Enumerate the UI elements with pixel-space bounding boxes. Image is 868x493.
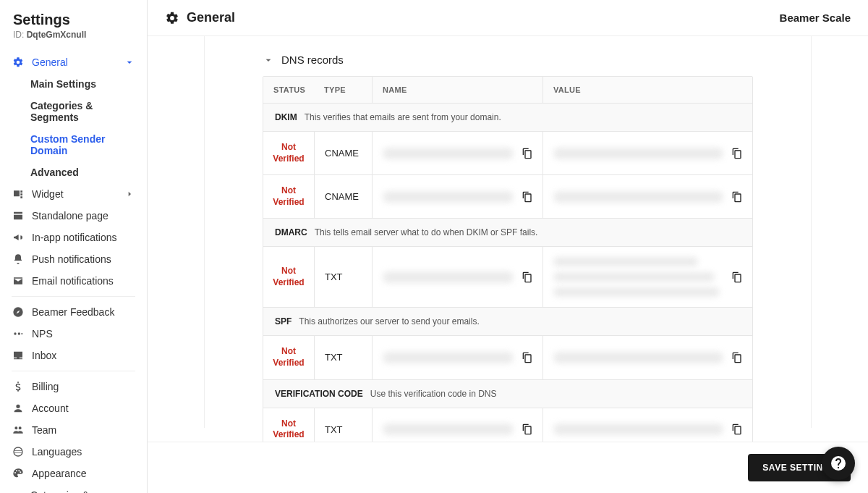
col-header-type: TYPE	[314, 77, 372, 103]
record-type: CNAME	[325, 191, 359, 202]
status-badge: NotVerified	[273, 346, 304, 368]
copy-name-button[interactable]	[521, 271, 532, 283]
sidebar-item-email-notif[interactable]: Email notifications	[0, 270, 147, 292]
sidebar-subitem-main-settings[interactable]: Main Settings	[30, 73, 147, 95]
col-header-value: VALUE	[542, 77, 752, 103]
group-desc: Use this verification code in DNS	[370, 389, 497, 399]
product-id: ID: DqteGmXcnull	[13, 30, 134, 40]
sidebar-item-label: Email notifications	[32, 275, 114, 287]
redacted-value	[553, 148, 723, 159]
gear-icon	[165, 11, 179, 25]
sidebar-item-label: Categories & Statuses	[30, 489, 116, 493]
redacted-name	[383, 424, 514, 435]
chevron-right-icon	[124, 188, 135, 200]
team-icon	[12, 424, 25, 436]
dns-section-toggle[interactable]: DNS records	[263, 54, 753, 66]
page-title: General	[187, 10, 235, 25]
brand-plan: Beamer Scale	[780, 12, 851, 24]
sidebar-item-general[interactable]: General	[0, 51, 147, 73]
group-desc: This verifies that emails are sent from …	[305, 112, 501, 122]
person-icon	[12, 403, 25, 414]
sidebar-item-languages[interactable]: Languages	[0, 441, 147, 463]
sidebar-item-label: In-app notifications	[32, 232, 117, 243]
dns-row: NotVerifiedTXT	[263, 336, 752, 379]
topbar: General Beamer Scale	[148, 0, 868, 36]
status-badge: NotVerified	[273, 418, 304, 441]
col-header-status: STATUS	[263, 77, 314, 103]
dns-row: NotVerifiedTXT	[263, 247, 752, 308]
dns-group-verification: VERIFICATION CODEUse this verification c…	[263, 380, 752, 408]
sidebar-item-label: Standalone page	[32, 210, 109, 222]
sidebar: Settings ID: DqteGmXcnull General Main S…	[0, 0, 148, 493]
redacted-value	[553, 191, 723, 203]
compass-icon	[12, 306, 25, 318]
group-desc: This tells email server what to do when …	[315, 227, 538, 237]
status-badge: NotVerified	[273, 266, 304, 288]
dns-row: NotVerifiedCNAME	[263, 175, 752, 219]
dns-group-dmarc: DMARCThis tells email server what to do …	[263, 219, 752, 247]
gear-icon	[12, 56, 25, 68]
sidebar-item-billing[interactable]: Billing	[0, 376, 147, 397]
copy-name-button[interactable]	[521, 424, 532, 435]
copy-value-button[interactable]	[731, 148, 742, 159]
record-type: TXT	[325, 271, 343, 282]
sidebar-item-appearance[interactable]: Appearance	[0, 463, 147, 484]
group-title: DMARC	[275, 227, 307, 237]
dollar-icon	[12, 381, 25, 392]
sidebar-item-widget[interactable]: Widget	[0, 183, 147, 205]
sidebar-item-label: Languages	[32, 446, 82, 458]
sidebar-item-nps[interactable]: NPS	[0, 323, 147, 345]
palette-icon	[12, 468, 25, 479]
sidebar-item-label: Account	[32, 403, 69, 414]
sidebar-item-inbox[interactable]: Inbox	[0, 345, 147, 366]
bell-icon	[12, 253, 25, 265]
nps-icon	[12, 328, 25, 340]
redacted-name	[383, 271, 514, 283]
copy-value-button[interactable]	[731, 352, 742, 363]
group-title: SPF	[275, 316, 292, 326]
settings-title: Settings	[13, 12, 134, 28]
sidebar-subitem-categories-segments[interactable]: Categories & Segments	[30, 95, 147, 128]
sidebar-item-label: General	[32, 56, 68, 68]
copy-value-button[interactable]	[731, 424, 742, 435]
globe-icon	[12, 446, 25, 458]
group-desc: This authorizes our server to send your …	[299, 316, 479, 326]
sidebar-item-label: Appearance	[32, 468, 87, 479]
redacted-value	[553, 424, 723, 435]
sidebar-item-account[interactable]: Account	[0, 397, 147, 419]
redacted-name	[383, 148, 514, 159]
widget-icon	[12, 188, 25, 200]
copy-name-button[interactable]	[521, 148, 532, 159]
sidebar-item-label: Team	[32, 424, 56, 436]
dns-group-dkim: DKIMThis verifies that emails are sent f…	[263, 104, 752, 132]
sidebar-subitem-advanced[interactable]: Advanced	[30, 161, 147, 183]
copy-value-button[interactable]	[731, 271, 742, 283]
col-header-name: NAME	[372, 77, 542, 103]
sidebar-item-push[interactable]: Push notifications	[0, 248, 147, 270]
sidebar-subitem-custom-sender[interactable]: Custom Sender Domain	[30, 128, 147, 161]
redacted-name	[383, 191, 514, 203]
sidebar-item-label: Inbox	[32, 350, 56, 361]
redacted-value	[553, 352, 723, 363]
copy-value-button[interactable]	[731, 191, 742, 203]
sidebar-item-standalone[interactable]: Standalone page	[0, 205, 147, 227]
dns-table: STATUS TYPE NAME VALUE DKIMThis verifies…	[263, 76, 753, 452]
status-badge: NotVerified	[273, 185, 304, 208]
redacted-value	[553, 257, 723, 297]
sidebar-item-team[interactable]: Team	[0, 419, 147, 441]
copy-name-button[interactable]	[521, 191, 532, 203]
megaphone-icon	[12, 232, 25, 243]
window-icon	[12, 210, 25, 222]
help-bubble[interactable]	[822, 447, 855, 480]
record-type: TXT	[325, 424, 343, 435]
redacted-name	[383, 352, 514, 363]
sidebar-item-feedback[interactable]: Beamer Feedback	[0, 301, 147, 323]
copy-name-button[interactable]	[521, 352, 532, 363]
sidebar-item-inapp[interactable]: In-app notifications	[0, 227, 147, 248]
mail-icon	[12, 275, 25, 287]
sidebar-item-categories-statuses[interactable]: Categories & Statuses	[0, 484, 147, 493]
sidebar-item-label: Push notifications	[32, 253, 111, 265]
dns-group-spf: SPFThis authorizes our server to send yo…	[263, 308, 752, 336]
group-title: DKIM	[275, 112, 297, 122]
group-title: VERIFICATION CODE	[275, 389, 363, 399]
